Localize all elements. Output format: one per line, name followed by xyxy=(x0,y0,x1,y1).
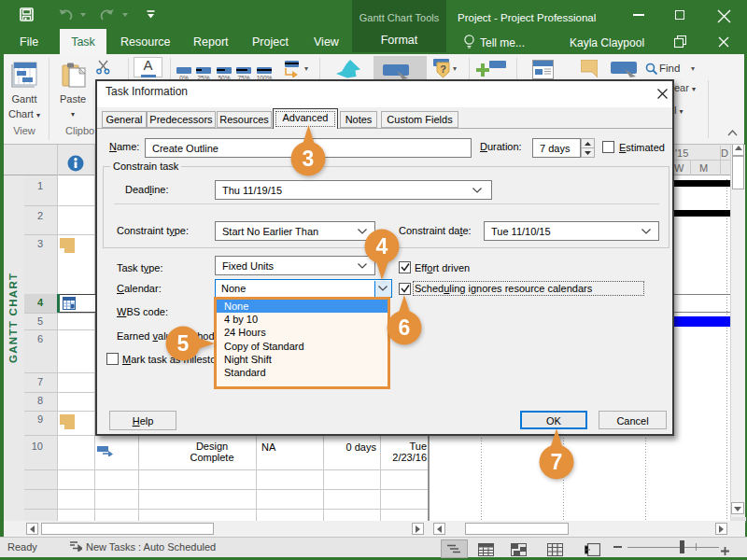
svg-text:3: 3 xyxy=(303,147,315,171)
svg-text:6: 6 xyxy=(399,315,411,340)
svg-text:?: ? xyxy=(440,63,446,75)
svg-text:5: 5 xyxy=(177,331,190,356)
svg-text:4: 4 xyxy=(376,234,388,259)
svg-text:7: 7 xyxy=(551,450,563,474)
